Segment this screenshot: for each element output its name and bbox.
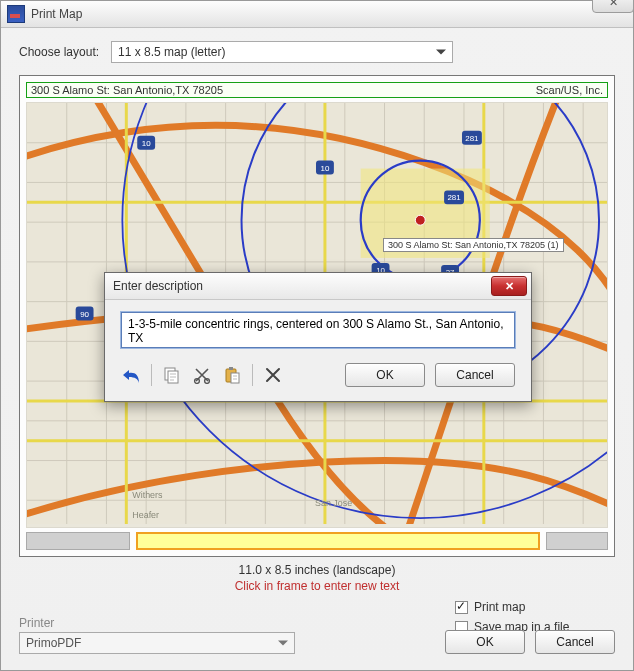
footer-slot-description[interactable] (136, 532, 540, 550)
modal-cancel-button[interactable]: Cancel (435, 363, 515, 387)
cancel-button[interactable]: Cancel (535, 630, 615, 654)
svg-text:281: 281 (447, 193, 461, 202)
layout-label: Choose layout: (19, 45, 111, 59)
chevron-down-icon (436, 50, 446, 55)
modal-titlebar[interactable]: Enter description ✕ (105, 273, 531, 300)
enter-description-dialog: Enter description ✕ 1-3-5-mile concentri… (104, 272, 532, 402)
footer-slot-right[interactable] (546, 532, 608, 550)
printer-label: Printer (19, 616, 295, 630)
window-title: Print Map (31, 7, 82, 21)
hint-text: Click in frame to enter new text (19, 579, 615, 593)
chevron-down-icon (278, 641, 288, 646)
modal-title-text: Enter description (113, 279, 203, 293)
paste-icon[interactable] (222, 365, 242, 385)
print-map-checkbox[interactable] (455, 601, 468, 614)
layout-selected-value: 11 x 8.5 map (letter) (118, 45, 225, 59)
svg-text:90: 90 (80, 310, 89, 319)
ok-button[interactable]: OK (445, 630, 525, 654)
dimensions-text: 11.0 x 8.5 inches (landscape) (19, 563, 615, 577)
app-icon (7, 5, 25, 23)
svg-text:281: 281 (465, 134, 479, 143)
footer-slot-left[interactable] (26, 532, 130, 550)
svg-text:San Jose: San Jose (315, 498, 352, 508)
svg-text:Withers: Withers (132, 490, 163, 500)
bottom-strip (26, 532, 608, 550)
undo-icon[interactable] (121, 365, 141, 385)
map-header-strip[interactable]: 300 S Alamo St: San Antonio,TX 78205 Sca… (26, 82, 608, 98)
svg-text:10: 10 (321, 164, 330, 173)
modal-close-button[interactable]: ✕ (491, 276, 527, 296)
map-header-right: Scan/US, Inc. (536, 84, 603, 96)
copy-icon[interactable] (162, 365, 182, 385)
description-input[interactable]: 1-3-5-mile concentric rings, centered on… (121, 312, 515, 348)
printer-selected-value: PrimoPDF (26, 636, 81, 650)
printer-combo[interactable]: PrimoPDF (19, 632, 295, 654)
close-icon: ✕ (609, 0, 618, 8)
layout-combo[interactable]: 11 x 8.5 map (letter) (111, 41, 453, 63)
svg-text:Heafer: Heafer (132, 510, 159, 520)
svg-text:10: 10 (142, 139, 151, 148)
dialog-footer: Printer PrimoPDF Print map Save map in a… (19, 598, 615, 658)
modal-ok-button[interactable]: OK (345, 363, 425, 387)
cut-icon[interactable] (192, 365, 212, 385)
titlebar[interactable]: Print Map (1, 1, 633, 28)
window-controls[interactable]: ✕ (592, 0, 634, 13)
site-popup-label: 300 S Alamo St: San Antonio,TX 78205 (1) (383, 238, 564, 252)
delete-icon[interactable] (263, 365, 283, 385)
print-map-label: Print map (474, 600, 525, 614)
svg-rect-30 (229, 367, 233, 370)
toolbar-divider (252, 364, 253, 386)
print-map-window: Print Map ✕ Choose layout: 11 x 8.5 map … (0, 0, 634, 671)
map-header-left: 300 S Alamo St: San Antonio,TX 78205 (31, 84, 536, 96)
toolbar-divider (151, 364, 152, 386)
close-icon: ✕ (505, 280, 514, 293)
svg-point-5 (415, 215, 425, 225)
svg-rect-31 (231, 373, 239, 383)
